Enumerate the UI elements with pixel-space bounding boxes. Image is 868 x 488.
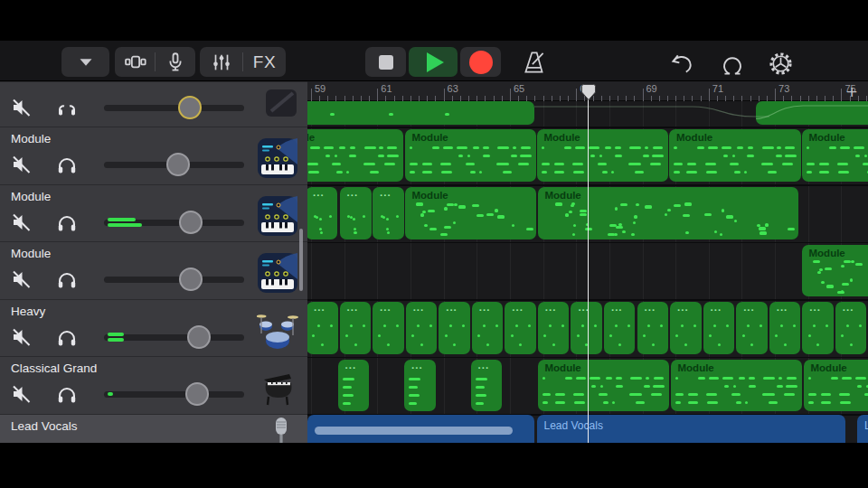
microphone-icon — [164, 51, 187, 74]
track-header-classical-grand[interactable]: Classical Grand — [0, 356, 307, 414]
midi-notes — [835, 302, 867, 354]
midi-region-module[interactable]: Module — [538, 187, 798, 239]
track-header-lead-vocals[interactable]: Lead Vocals — [0, 414, 307, 443]
headphones-solo-icon[interactable] — [56, 326, 78, 348]
ruler-tick — [460, 96, 461, 101]
audio-region-lead-vocals[interactable]: Lead Vocals — [537, 415, 845, 443]
audio-recorder-button[interactable] — [156, 47, 195, 77]
mute-speaker-icon[interactable] — [11, 154, 33, 175]
midi-region[interactable]: ... — [703, 302, 735, 354]
midi-region[interactable]: ... — [571, 302, 602, 354]
track-header-module[interactable]: Module — [0, 184, 307, 241]
mixer-button[interactable] — [200, 47, 242, 77]
midi-region[interactable]: ... — [538, 302, 570, 354]
fx-button[interactable]: FX — [243, 47, 286, 77]
volume-knob[interactable] — [179, 211, 203, 234]
volume-knob[interactable] — [185, 382, 209, 406]
loop-browser-icon[interactable] — [718, 51, 747, 78]
settings-gear-icon[interactable] — [767, 50, 795, 78]
stop-icon — [379, 55, 393, 70]
headphones-solo-icon[interactable] — [56, 383, 78, 405]
undo-icon[interactable] — [667, 52, 696, 77]
midi-region[interactable]: ... — [802, 302, 834, 354]
midi-region-module[interactable]: Module — [538, 360, 669, 412]
mute-speaker-icon[interactable] — [11, 211, 33, 233]
midi-region-module[interactable]: Module — [669, 129, 801, 182]
midi-region[interactable]: ... — [439, 302, 470, 354]
volume-slider[interactable] — [104, 105, 244, 111]
module-synth-icon[interactable] — [257, 137, 298, 179]
volume-slider[interactable] — [104, 334, 244, 341]
midi-region[interactable] — [756, 101, 868, 125]
midi-region[interactable]: ... — [404, 360, 436, 412]
midi-region[interactable]: ... — [637, 302, 669, 354]
volume-slider[interactable] — [104, 391, 244, 398]
metronome-icon[interactable] — [521, 49, 548, 76]
midi-region-module[interactable]: Module — [804, 360, 868, 412]
midi-region[interactable]: ... — [736, 302, 768, 354]
tracks-timeline[interactable]: 596163656769717375 ModuleModuleModuleMod… — [307, 81, 868, 443]
midi-notes — [804, 360, 868, 412]
audio-region[interactable] — [307, 415, 534, 443]
record-button[interactable] — [460, 47, 501, 77]
microphone-track-icon[interactable] — [269, 416, 294, 443]
module-synth-icon[interactable] — [257, 195, 298, 237]
midi-region[interactable]: ... — [340, 302, 372, 354]
midi-region[interactable]: ... — [373, 187, 404, 239]
level-meter — [108, 218, 136, 221]
headphones-solo-icon[interactable] — [56, 154, 78, 175]
midi-region[interactable]: ... — [340, 187, 372, 239]
stop-button[interactable] — [365, 47, 406, 77]
track-panel-scrollbar[interactable] — [299, 229, 303, 291]
midi-region[interactable]: ... — [604, 302, 636, 354]
headphones-solo-icon[interactable] — [56, 268, 78, 290]
mute-speaker-icon[interactable] — [11, 97, 33, 118]
midi-region-module[interactable]: Module — [802, 129, 868, 182]
toolbar: FX — [0, 41, 868, 81]
midi-region[interactable]: ... — [505, 302, 536, 354]
midi-region[interactable]: ... — [835, 302, 867, 354]
midi-region[interactable]: ... — [307, 302, 338, 354]
midi-region[interactable]: ... — [307, 187, 337, 239]
midi-region-module[interactable]: Module — [405, 129, 537, 182]
earbuds-solo-icon[interactable] — [56, 97, 78, 118]
tracks-view-button[interactable] — [115, 47, 155, 77]
headphones-solo-icon[interactable] — [56, 211, 78, 233]
midi-region[interactable]: ... — [338, 360, 370, 412]
track-header-heavy[interactable]: Heavy — [0, 299, 307, 356]
track-header-module[interactable]: Module — [0, 127, 307, 184]
ruler-tick — [311, 89, 312, 101]
playhead-marker[interactable] — [580, 83, 598, 101]
midi-region[interactable]: ... — [471, 360, 503, 412]
volume-knob[interactable] — [166, 153, 190, 176]
instrument-icon[interactable] — [260, 88, 302, 118]
midi-region[interactable]: ... — [769, 302, 801, 354]
midi-region[interactable]: ... — [406, 302, 438, 354]
mute-speaker-icon[interactable] — [11, 383, 33, 405]
volume-knob[interactable] — [178, 96, 202, 119]
volume-knob[interactable] — [179, 267, 203, 291]
volume-knob[interactable] — [187, 325, 211, 349]
midi-region-module[interactable]: Module — [802, 245, 868, 297]
midi-region[interactable]: ... — [373, 302, 404, 354]
track-header-module[interactable]: Module — [0, 241, 307, 299]
add-section-button[interactable]: + — [846, 83, 857, 101]
midi-region-module[interactable]: Module — [671, 360, 802, 412]
mute-speaker-icon[interactable] — [11, 268, 33, 290]
audio-region-lead-vocals[interactable]: Lead Vocals — [857, 415, 868, 443]
midi-region-module[interactable]: Module — [405, 187, 536, 239]
midi-region-module[interactable]: Module — [307, 129, 403, 182]
mute-speaker-icon[interactable] — [11, 326, 33, 348]
grand-piano-icon[interactable] — [257, 367, 298, 408]
volume-slider[interactable] — [104, 277, 244, 283]
track-header-partial[interactable] — [0, 81, 307, 127]
song-section-button[interactable] — [61, 47, 109, 77]
midi-notes — [538, 302, 570, 354]
midi-region[interactable] — [307, 101, 534, 125]
midi-region[interactable]: ... — [472, 302, 504, 354]
midi-region[interactable]: ... — [670, 302, 702, 354]
play-button[interactable] — [409, 47, 458, 77]
midi-region-module[interactable]: Module — [537, 129, 669, 182]
drum-kit-icon[interactable] — [257, 310, 298, 352]
module-synth-icon[interactable] — [257, 252, 298, 294]
